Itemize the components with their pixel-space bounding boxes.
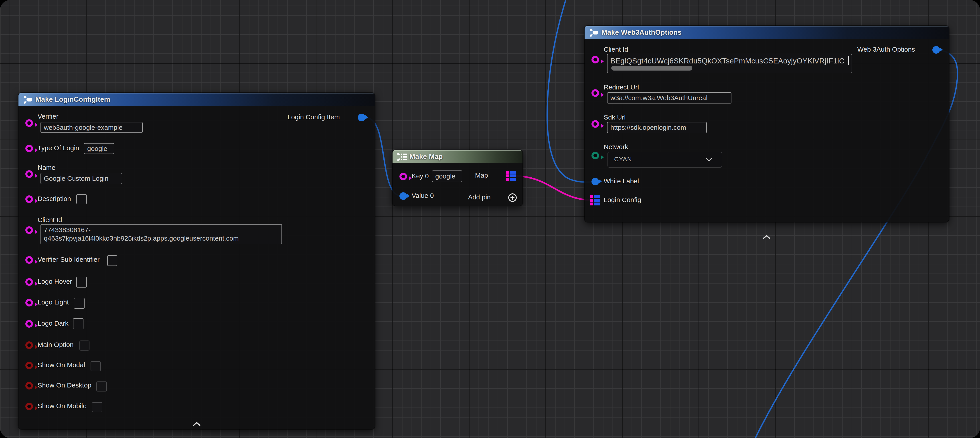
- pin-label: White Label: [604, 177, 639, 185]
- input-pin-client-id[interactable]: [592, 56, 599, 64]
- text-field-value: google: [84, 143, 114, 154]
- pin-label: Sdk Url: [604, 113, 625, 121]
- make-struct-icon: [22, 95, 33, 106]
- input-pin-description[interactable]: [25, 196, 33, 203]
- pin-label: Show On Modal: [38, 361, 85, 369]
- text-field-value: w3a://com.w3a.Web3AuthUnreal: [608, 93, 731, 103]
- node-make-map[interactable]: Make MapKey 0googleValue 0MapAdd pin: [393, 150, 522, 205]
- text-caret: [848, 56, 849, 65]
- text-field-value: google: [433, 171, 462, 182]
- node-make-web3authoptions[interactable]: Make Web3AuthOptionsClient IdBEglQSgt4cU…: [585, 26, 949, 222]
- text-field-verifier-sub-identifier[interactable]: [107, 255, 117, 266]
- pin-label: Show On Mobile: [38, 402, 87, 410]
- output-pin-web-3auth-options[interactable]: [932, 46, 940, 54]
- make-map-icon: [396, 152, 408, 163]
- input-pin-logo-light[interactable]: [25, 299, 33, 306]
- pin-label: Logo Hover: [38, 278, 72, 285]
- add-pin-label[interactable]: Add pin: [468, 193, 491, 201]
- text-field-type-of-login[interactable]: google: [84, 143, 114, 154]
- text-field-redirect-url[interactable]: w3a://com.w3a.Web3AuthUnreal: [607, 92, 732, 104]
- input-pin-show-on-modal[interactable]: [25, 362, 33, 369]
- pin-label: Verifier: [38, 113, 58, 120]
- text-field-logo-hover[interactable]: [76, 277, 87, 288]
- input-pin-type-of-login[interactable]: [25, 145, 33, 152]
- input-pin-logo-hover[interactable]: [25, 278, 33, 286]
- pin-label: Logo Light: [38, 298, 69, 306]
- pin-label: Redirect Url: [604, 83, 639, 91]
- input-pin-redirect-url[interactable]: [592, 89, 599, 97]
- pin-label: Type Of Login: [38, 144, 79, 152]
- pin-label: Login Config: [604, 196, 641, 204]
- pin-label: Description: [38, 195, 71, 202]
- text-field-description[interactable]: [76, 194, 87, 204]
- checkbox-show-on-mobile[interactable]: [92, 402, 102, 412]
- text-field-logo-dark[interactable]: [73, 318, 83, 330]
- pin-label: Client Id: [604, 46, 628, 53]
- node-header[interactable]: Make LoginConfigItem: [19, 93, 375, 106]
- pin-label: Key 0: [412, 172, 429, 180]
- pin-label: Value 0: [412, 192, 434, 199]
- input-pin-value-0[interactable]: [399, 192, 407, 200]
- node-make-loginconfigitem[interactable]: Make LoginConfigItemVerifierweb3auth-goo…: [19, 93, 375, 429]
- input-pin-show-on-desktop[interactable]: [25, 382, 33, 390]
- input-pin-show-on-mobile[interactable]: [25, 403, 33, 410]
- input-pin-main-option[interactable]: [25, 341, 33, 349]
- pin-label: Logo Dark: [38, 320, 68, 327]
- pin-label: Network: [604, 143, 628, 151]
- text-scrollbar[interactable]: [611, 66, 692, 70]
- output-pin-login-config-item[interactable]: [358, 114, 365, 121]
- node-title: Make LoginConfigItem: [35, 96, 110, 104]
- pin-label: Verifier Sub Identifier: [38, 256, 99, 263]
- input-pin-verifier[interactable]: [25, 119, 33, 127]
- output-pin-label: Map: [475, 172, 488, 179]
- checkbox-show-on-desktop[interactable]: [96, 381, 107, 392]
- input-pin-sdk-url[interactable]: [592, 120, 599, 128]
- dropdown-value: CYAN: [614, 156, 632, 163]
- pin-label: Name: [38, 164, 56, 171]
- dropdown-network[interactable]: CYAN: [608, 152, 722, 167]
- node-header[interactable]: Make Map: [393, 150, 522, 163]
- wire-map-to-loginconfig[interactable]: [516, 176, 592, 200]
- checkbox-show-on-modal[interactable]: [91, 361, 101, 371]
- text-field-client-id[interactable]: 774338308167-q463s7kpvja16l4l0kko3nb925i…: [40, 224, 282, 244]
- input-pin-client-id[interactable]: [25, 226, 33, 234]
- chevron-down-icon: [705, 157, 713, 163]
- input-pin-login-config[interactable]: [590, 195, 600, 205]
- pin-label: Show On Desktop: [38, 381, 91, 389]
- text-field-logo-light[interactable]: [74, 298, 84, 309]
- input-pin-name[interactable]: [25, 170, 33, 178]
- input-pin-network[interactable]: [592, 152, 599, 159]
- text-field-sdk-url[interactable]: https://sdk.openlogin.com: [607, 122, 707, 133]
- make-struct-icon: [589, 28, 599, 39]
- checkbox-main-option[interactable]: [80, 341, 89, 350]
- text-field-name[interactable]: Google Custom Login: [40, 173, 122, 184]
- node-title: Make Web3AuthOptions: [601, 29, 682, 37]
- text-field-value: 774338308167-q463s7kpvja16l4l0kko3nb925i…: [41, 225, 282, 242]
- collapse-node-chevron-icon[interactable]: [192, 422, 201, 427]
- add-pin-icon[interactable]: [508, 193, 517, 204]
- text-field-value: https://sdk.openlogin.com: [608, 123, 706, 133]
- input-pin-white-label[interactable]: [592, 178, 599, 185]
- input-pin-key-0[interactable]: [399, 173, 407, 180]
- text-field-value: web3auth-google-example: [41, 123, 142, 132]
- text-field-verifier[interactable]: web3auth-google-example: [40, 122, 143, 133]
- output-pin-map[interactable]: [506, 171, 516, 181]
- output-pin-label: Login Config Item: [288, 113, 340, 121]
- node-header[interactable]: Make Web3AuthOptions: [585, 26, 949, 39]
- node-title: Make Map: [409, 153, 443, 161]
- collapse-node-chevron-icon[interactable]: [762, 234, 771, 241]
- input-pin-logo-dark[interactable]: [25, 320, 33, 328]
- pin-label: Client Id: [38, 216, 62, 224]
- text-field-client-id[interactable]: BEglQSgt4cUWcj6SKRdu5QkOXTsePmMcusG5EAoy…: [607, 54, 852, 73]
- blueprint-graph-canvas[interactable]: Make LoginConfigItemVerifierweb3auth-goo…: [0, 0, 980, 438]
- text-field-value: Google Custom Login: [41, 174, 122, 184]
- output-pin-label: Web 3Auth Options: [857, 46, 915, 53]
- text-field-key-0[interactable]: google: [432, 170, 462, 182]
- pin-label: Main Option: [38, 341, 74, 349]
- input-pin-verifier-sub-identifier[interactable]: [25, 256, 33, 264]
